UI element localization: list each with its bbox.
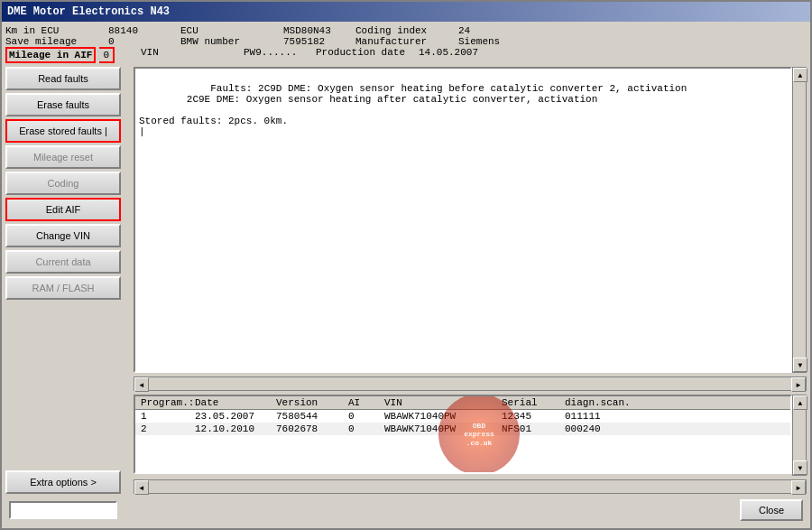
current-data-button[interactable]: Current data xyxy=(5,250,121,274)
col-program: Program.: xyxy=(139,397,193,408)
vin-value: PW9...... xyxy=(244,47,316,63)
row2-program: 2 xyxy=(139,423,193,434)
ecu-value: MSD80N43 xyxy=(283,25,355,36)
manufacturer-value: Siemens xyxy=(458,36,531,47)
row2-version: 7602678 xyxy=(274,423,346,434)
mileage-aif-label: Mileage in AIF xyxy=(5,47,96,63)
bmw-number-label: BMW number xyxy=(180,36,280,47)
table-hscrollbar[interactable]: ◄ ► xyxy=(134,479,807,494)
col-diagn: diagn.scan. xyxy=(563,397,635,408)
col-date: Date xyxy=(193,397,274,408)
ram-flash-button[interactable]: RAM / FLASH xyxy=(5,276,121,300)
col-vin: VIN xyxy=(383,397,500,408)
table-scroll-right[interactable]: ► xyxy=(791,480,806,495)
scroll-up-button[interactable]: ▲ xyxy=(793,68,807,82)
info-section: Km in ECU 88140 ECU MSD80N43 Coding inde… xyxy=(5,25,807,63)
fault-hscrollbar[interactable]: ◄ ► xyxy=(134,377,807,391)
coding-index-label: Coding index xyxy=(355,25,455,36)
fault-scrollbar[interactable]: ▲ ▼ xyxy=(792,67,807,373)
table-content: OBDexpress.co.uk Program.: Date Version … xyxy=(134,395,792,476)
scroll-right-button[interactable]: ► xyxy=(791,377,806,392)
row2-vin: WBAWK71040PW xyxy=(383,423,500,434)
edit-aif-button[interactable]: Edit AIF xyxy=(5,198,121,221)
coding-index-value: 24 xyxy=(458,25,531,36)
row1-serial: 12345 xyxy=(500,411,563,422)
row2-diagn: 000240 xyxy=(563,423,635,434)
row1-diagn: 011111 xyxy=(563,411,635,422)
table-section: OBDexpress.co.uk Program.: Date Version … xyxy=(134,395,807,476)
production-date-label: Production date xyxy=(316,47,415,63)
row1-vin: WBAWK71040PW xyxy=(383,411,500,422)
bottom-input[interactable] xyxy=(9,501,117,519)
vin-label: VIN xyxy=(141,47,240,63)
fault-text-area: Faults: 2C9D DME: Oxygen sensor heating … xyxy=(134,67,792,373)
left-panel: Read faults Erase faults Erase stored fa… xyxy=(5,67,130,494)
table-scroll-down[interactable]: ▼ xyxy=(793,460,807,475)
title-bar: DME Motor Electronics N43 xyxy=(2,2,810,22)
bmw-number-value: 7595182 xyxy=(283,36,355,47)
manufacturer-label: Manufacturer xyxy=(355,36,455,47)
table-scroll-left[interactable]: ◄ xyxy=(134,480,149,495)
read-faults-button[interactable]: Read faults xyxy=(5,67,121,90)
table-row: 1 23.05.2007 7580544 0 WBAWK71040PW 1234… xyxy=(135,410,790,423)
row2-ai: 0 xyxy=(346,423,383,434)
table-row: 2 12.10.2010 7602678 0 WBAWK71040PW NFS0… xyxy=(135,423,790,435)
coding-button[interactable]: Coding xyxy=(5,172,121,195)
col-serial: Serial xyxy=(500,397,563,408)
table-scroll-up[interactable]: ▲ xyxy=(793,395,807,410)
mileage-reset-button[interactable]: Mileage reset xyxy=(5,145,121,169)
data-table: OBDexpress.co.uk Program.: Date Version … xyxy=(134,395,792,474)
extra-options-button[interactable]: Extra options > xyxy=(5,470,121,494)
bottom-bar: Close xyxy=(5,496,807,525)
km-ecu-value: 88140 xyxy=(108,25,180,36)
fault-section: Faults: 2C9D DME: Oxygen sensor heating … xyxy=(134,67,807,373)
row2-serial: NFS01 xyxy=(500,423,563,434)
ecu-label: ECU xyxy=(180,25,280,36)
km-ecu-label: Km in ECU xyxy=(5,25,105,36)
close-button[interactable]: Close xyxy=(740,499,803,521)
row1-ai: 0 xyxy=(346,411,383,422)
row1-date: 23.05.2007 xyxy=(193,411,274,422)
row2-date: 12.10.2010 xyxy=(193,423,274,434)
fault-text: Faults: 2C9D DME: Oxygen sensor heating … xyxy=(139,83,687,137)
change-vin-button[interactable]: Change VIN xyxy=(5,224,121,247)
save-mileage-value: 0 xyxy=(108,36,180,47)
table-scrollbar[interactable]: ▲ ▼ xyxy=(792,395,807,476)
erase-faults-button[interactable]: Erase faults xyxy=(5,93,121,116)
scroll-down-button[interactable]: ▼ xyxy=(793,358,807,372)
mileage-aif-value: 0 xyxy=(99,47,115,63)
row1-version: 7580544 xyxy=(274,411,346,422)
save-mileage-label: Save mileage xyxy=(5,36,105,47)
erase-stored-faults-button[interactable]: Erase stored faults | xyxy=(5,119,121,143)
col-version: Version xyxy=(274,397,346,408)
production-date-value: 14.05.2007 xyxy=(419,47,491,63)
right-panel: Faults: 2C9D DME: Oxygen sensor heating … xyxy=(134,67,807,494)
row1-program: 1 xyxy=(139,411,193,422)
main-window: DME Motor Electronics N43 Km in ECU 8814… xyxy=(0,0,812,530)
col-ai: AI xyxy=(346,397,383,408)
scroll-left-button[interactable]: ◄ xyxy=(134,377,149,392)
table-header: Program.: Date Version AI VIN Serial dia… xyxy=(135,396,790,410)
window-title: DME Motor Electronics N43 xyxy=(7,5,805,18)
